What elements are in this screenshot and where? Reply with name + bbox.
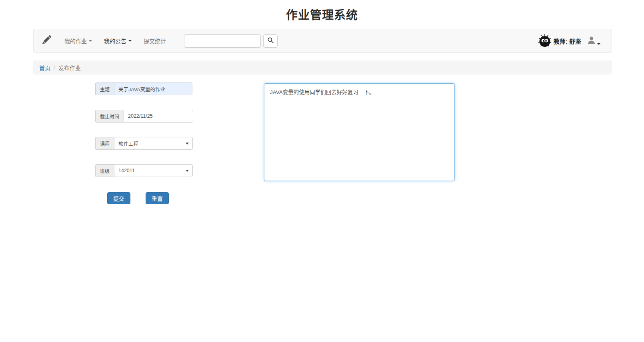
breadcrumb-separator: / [50, 64, 58, 71]
breadcrumb-current: 发布作业 [58, 64, 81, 72]
avatar [538, 34, 552, 48]
course-label: 课程 [95, 137, 114, 150]
user-name-label: 教师: 舒坚 [554, 37, 581, 45]
pencil-icon [41, 34, 52, 47]
class-select-value: 142011 [118, 168, 135, 173]
nav-item-label: 我的作业 [64, 37, 87, 45]
search-input[interactable] [184, 34, 261, 48]
search-form [184, 34, 278, 48]
submit-button[interactable]: 提交 [107, 192, 130, 204]
page-title: 作业管理系统 [0, 6, 644, 22]
breadcrumb-home-link[interactable]: 首页 [39, 64, 50, 72]
magnifier-icon [267, 37, 274, 45]
nav-item-label: 提交统计 [144, 37, 166, 45]
nav-item-my-homework[interactable]: 我的作业 [58, 29, 98, 53]
breadcrumb: 首页 / 发布作业 [33, 60, 612, 74]
course-field-group: 课程 软件工程 [95, 137, 193, 150]
nav-item-submission-stats[interactable]: 提交统计 [138, 29, 172, 53]
reset-button[interactable]: 重置 [146, 192, 169, 204]
homework-content-textarea[interactable]: JAVA变量的使用同学们回去好好复习一下。 [264, 83, 455, 181]
person-icon [587, 36, 596, 46]
class-label: 班级 [95, 164, 114, 177]
class-select[interactable]: 142011 [114, 164, 193, 177]
subject-input[interactable] [114, 82, 192, 95]
caret-down-icon [89, 40, 92, 42]
chevron-down-icon [186, 143, 189, 145]
caret-down-icon [597, 43, 600, 45]
brand-link[interactable] [34, 34, 58, 47]
subject-label: 主题 [95, 82, 114, 95]
course-select-value: 软件工程 [118, 140, 138, 147]
course-select[interactable]: 软件工程 [114, 137, 193, 150]
navbar-user-area: 教师: 舒坚 [538, 34, 612, 48]
title-divider [35, 23, 609, 23]
account-menu-toggle[interactable] [587, 36, 600, 46]
navbar: 我的作业 我的公告 提交统计 [33, 29, 612, 53]
page: 作业管理系统 我的作业 我的公告 提交统计 [0, 0, 644, 342]
deadline-label: 截止时间 [95, 110, 124, 123]
deadline-input[interactable] [124, 110, 193, 123]
caret-down-icon [128, 40, 132, 42]
class-field-group: 班级 142011 [95, 164, 193, 177]
search-button[interactable] [263, 34, 278, 48]
deadline-field-group: 截止时间 [95, 110, 193, 123]
nav-item-my-announcements[interactable]: 我的公告 [98, 29, 138, 53]
chevron-down-icon [186, 170, 189, 172]
subject-field-group: 主题 [95, 82, 192, 95]
nav-item-label: 我的公告 [104, 37, 126, 45]
